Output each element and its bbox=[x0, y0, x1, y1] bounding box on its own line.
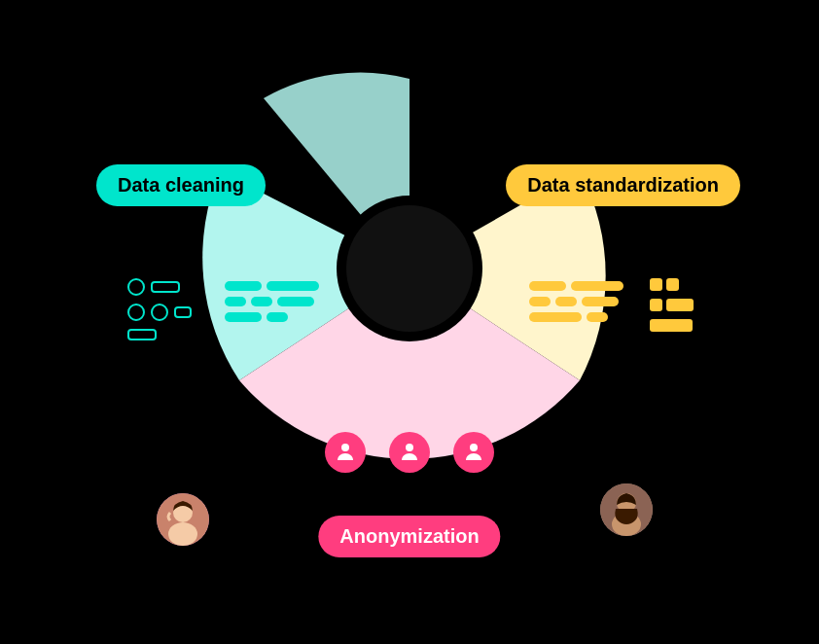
dot-icon-4 bbox=[666, 299, 694, 311]
avatar-left bbox=[157, 493, 209, 546]
person-icon-1 bbox=[325, 432, 366, 473]
data-rows-right bbox=[529, 281, 623, 322]
svg-point-2 bbox=[341, 444, 349, 451]
circle-icon-2 bbox=[127, 304, 145, 321]
svg-point-4 bbox=[470, 444, 478, 451]
avatar-right bbox=[600, 483, 653, 536]
rect-icon-1 bbox=[151, 281, 180, 293]
person-icon-3 bbox=[453, 432, 494, 473]
rect-icon-2 bbox=[174, 306, 192, 318]
svg-point-1 bbox=[346, 205, 473, 332]
anonymization-label: Anonymization bbox=[318, 516, 500, 557]
dot-icon-5 bbox=[650, 319, 693, 332]
diagram-scene: Data cleaning Data standardization Anony… bbox=[69, 20, 750, 624]
dot-icon-2 bbox=[666, 278, 679, 291]
right-icon-group bbox=[650, 278, 694, 332]
svg-point-3 bbox=[406, 444, 413, 451]
circle-icon-3 bbox=[151, 304, 168, 321]
data-cleaning-label: Data cleaning bbox=[96, 164, 266, 206]
circle-icon-1 bbox=[127, 278, 145, 296]
data-rows-left bbox=[225, 281, 319, 322]
dot-icon-1 bbox=[650, 278, 662, 291]
left-icon-group bbox=[127, 278, 192, 340]
rect-icon-3 bbox=[127, 329, 157, 340]
dot-icon-3 bbox=[650, 299, 662, 311]
person-icons bbox=[325, 432, 494, 473]
data-standardization-label: Data standardization bbox=[506, 164, 740, 206]
person-icon-2 bbox=[389, 432, 430, 473]
svg-point-7 bbox=[168, 522, 197, 546]
